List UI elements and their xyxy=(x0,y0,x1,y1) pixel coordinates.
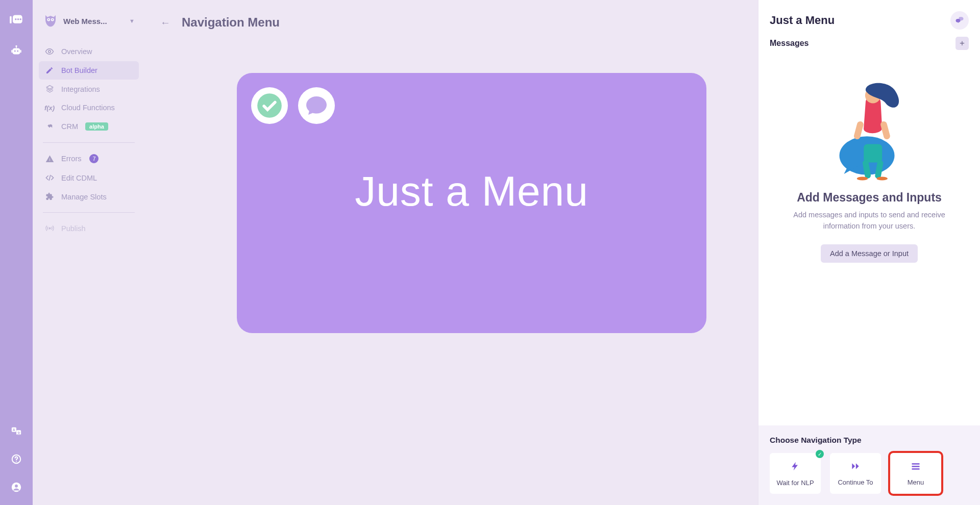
sidebar-label: Errors xyxy=(61,155,81,163)
nav-type-menu[interactable]: Menu xyxy=(890,453,941,494)
owl-icon xyxy=(43,13,58,29)
chat-bubble-icon xyxy=(298,87,335,124)
function-icon: f(x) xyxy=(45,104,54,112)
nav-type-continue[interactable]: Continue To xyxy=(830,453,881,494)
sidebar-item-overview[interactable]: Overview xyxy=(39,42,139,61)
empty-state: Add Messages and Inputs Add messages and… xyxy=(758,59,980,425)
handshake-icon xyxy=(45,122,54,131)
svg-point-19 xyxy=(15,485,18,488)
layers-icon xyxy=(45,85,54,93)
translate-icon[interactable]: A文 xyxy=(6,421,27,441)
svg-rect-36 xyxy=(912,463,920,465)
svg-point-9 xyxy=(17,50,18,52)
sidebar-label: Bot Builder xyxy=(61,66,97,74)
add-message-button[interactable]: Add a Message or Input xyxy=(821,244,918,263)
account-icon[interactable] xyxy=(6,477,27,497)
svg-rect-7 xyxy=(12,48,20,55)
app-logo-icon[interactable] xyxy=(6,10,27,31)
workspace-switcher[interactable]: Web Mess... ▼ xyxy=(39,9,139,33)
svg-text:A: A xyxy=(13,428,15,432)
bolt-icon xyxy=(790,461,800,475)
sidebar-label: Integrations xyxy=(61,85,100,93)
svg-point-3 xyxy=(17,18,19,20)
code-icon xyxy=(45,173,54,182)
eye-icon xyxy=(45,47,54,56)
page-title: Navigation Menu xyxy=(182,15,280,30)
nav-type-wait-nlp[interactable]: ✓ Wait for NLP xyxy=(770,453,821,494)
svg-rect-37 xyxy=(912,466,920,467)
illustration-icon xyxy=(823,74,915,182)
svg-point-34 xyxy=(857,176,868,180)
help-icon[interactable] xyxy=(6,449,27,469)
svg-point-4 xyxy=(19,18,21,20)
svg-point-23 xyxy=(52,19,54,20)
broadcast-icon xyxy=(45,224,54,233)
error-count-badge: 7 xyxy=(89,154,99,163)
sidebar-label: CRM xyxy=(61,122,78,131)
sidebar-label: Overview xyxy=(61,47,92,56)
svg-point-25 xyxy=(49,228,51,229)
check-circle-icon xyxy=(251,87,288,124)
empty-heading: Add Messages and Inputs xyxy=(797,191,942,205)
nav-section-title: Choose Navigation Type xyxy=(770,436,969,445)
sidebar-item-edit-cdml[interactable]: Edit CDML xyxy=(39,168,139,187)
svg-point-17 xyxy=(16,461,17,462)
svg-rect-6 xyxy=(16,46,17,48)
nav-type-label: Menu xyxy=(908,478,924,486)
nav-type-row: ✓ Wait for NLP Continue To Menu xyxy=(770,453,969,494)
node-icon-row xyxy=(251,87,692,124)
panel-title: Just a Menu xyxy=(770,14,835,27)
svg-point-26 xyxy=(257,93,282,118)
divider xyxy=(43,212,135,213)
forward-icon xyxy=(849,461,862,474)
messages-section-header: Messages + xyxy=(758,37,980,59)
add-icon[interactable]: + xyxy=(955,37,969,50)
panel-header: Just a Menu xyxy=(758,0,980,37)
svg-rect-28 xyxy=(864,144,882,163)
sidebar-item-errors[interactable]: Errors 7 xyxy=(39,149,139,168)
divider xyxy=(43,142,135,143)
app-rail: A文 xyxy=(0,0,33,505)
chat-icon[interactable] xyxy=(950,11,969,30)
svg-text:文: 文 xyxy=(17,431,20,435)
bot-icon[interactable] xyxy=(6,41,27,61)
workspace-title: Web Mess... xyxy=(63,17,124,26)
nav-type-label: Wait for NLP xyxy=(776,479,814,487)
svg-point-22 xyxy=(48,19,50,20)
warning-icon xyxy=(45,155,54,163)
sidebar-label: Publish xyxy=(61,224,86,233)
sidebar-item-manage-slots[interactable]: Manage Slots xyxy=(39,187,139,206)
chevron-down-icon: ▼ xyxy=(129,18,135,24)
sidebar-item-cloud-functions[interactable]: f(x) Cloud Functions xyxy=(39,98,139,117)
sidebar-item-bot-builder[interactable]: Bot Builder xyxy=(39,61,139,80)
flow-node[interactable]: Just a Menu xyxy=(237,73,706,333)
sidebar-item-integrations[interactable]: Integrations xyxy=(39,80,139,98)
main-header: ← Navigation Menu xyxy=(145,0,758,40)
puzzle-icon xyxy=(45,192,54,201)
sidebar-item-crm[interactable]: CRM alpha xyxy=(39,117,139,136)
back-arrow-icon[interactable]: ← xyxy=(160,17,170,29)
sidebar-label: Edit CDML xyxy=(61,174,97,182)
section-title: Messages xyxy=(770,39,809,48)
navigation-type-section: Choose Navigation Type ✓ Wait for NLP Co… xyxy=(758,425,980,505)
canvas[interactable]: Just a Menu xyxy=(145,40,758,505)
check-icon: ✓ xyxy=(816,450,824,458)
sidebar-label: Manage Slots xyxy=(61,193,107,201)
sidebar: Web Mess... ▼ Overview Bot Builder Integ… xyxy=(33,0,145,505)
alpha-tag: alpha xyxy=(85,122,108,131)
pencil-icon xyxy=(45,66,54,74)
main-area: ← Navigation Menu Just a Menu xyxy=(145,0,758,505)
menu-icon xyxy=(910,461,921,474)
svg-rect-38 xyxy=(912,468,920,470)
right-panel: Just a Menu Messages + Add Messages and … xyxy=(758,0,980,505)
sidebar-item-publish[interactable]: Publish xyxy=(39,219,139,238)
svg-point-35 xyxy=(876,176,888,180)
svg-rect-0 xyxy=(10,16,12,23)
svg-rect-31 xyxy=(880,120,891,140)
svg-rect-11 xyxy=(20,50,21,53)
svg-point-24 xyxy=(48,50,51,53)
sidebar-label: Cloud Functions xyxy=(61,104,115,112)
nav-type-label: Continue To xyxy=(838,478,873,486)
node-title: Just a Menu xyxy=(251,167,692,215)
empty-text: Add messages and inputs to send and rece… xyxy=(777,210,961,232)
